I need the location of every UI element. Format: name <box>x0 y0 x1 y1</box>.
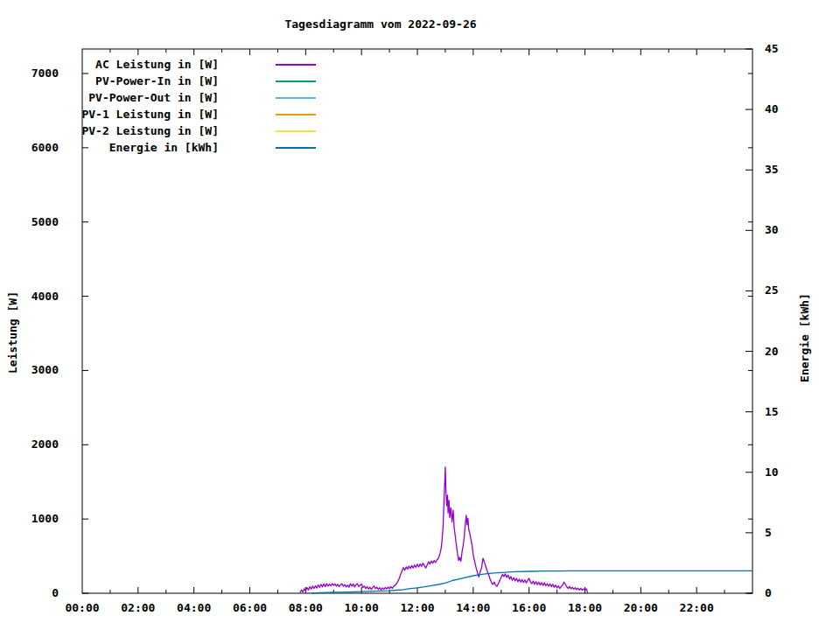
legend-label: Energie in [kWh] <box>52 141 219 154</box>
legend-color-line <box>276 97 316 99</box>
y-tick-label: 2000 <box>32 438 59 451</box>
legend-color-line <box>276 64 316 66</box>
legend-label: PV-1 Leistung in [W] <box>52 108 219 121</box>
legend-item: PV-Power-Out in [W] <box>52 89 316 106</box>
legend-item: PV-Power-In in [W] <box>52 73 316 89</box>
series-ac-leistung-in-w <box>300 467 588 593</box>
legend-item: AC Leistung in [W] <box>52 56 316 73</box>
legend-color-line <box>276 114 316 116</box>
series-energie-in-kwh <box>312 570 752 593</box>
x-tick-label: 04:00 <box>177 601 211 614</box>
x-tick-label: 06:00 <box>233 601 267 614</box>
y2-tick-label: 25 <box>765 284 779 297</box>
chart-page: Tagesdiagramm vom 2022-09-26 Leistung [W… <box>0 0 840 630</box>
legend-color-line <box>276 147 316 149</box>
legend-label: PV-2 Leistung in [W] <box>52 124 219 137</box>
y2-tick-label: 10 <box>765 466 779 479</box>
legend-item: PV-1 Leistung in [W] <box>52 106 316 122</box>
x-tick-label: 22:00 <box>680 601 714 614</box>
y-tick-label: 3000 <box>32 363 59 376</box>
x-tick-label: 00:00 <box>65 601 99 614</box>
legend-label: PV-Power-Out in [W] <box>52 91 219 104</box>
x-tick-label: 18:00 <box>568 601 602 614</box>
y2-tick-label: 20 <box>765 345 779 358</box>
y2-tick-label: 30 <box>765 223 779 236</box>
x-tick-label: 16:00 <box>512 601 546 614</box>
y-tick-label: 4000 <box>32 290 59 303</box>
legend-color-line <box>276 80 316 82</box>
x-tick-label: 20:00 <box>624 601 658 614</box>
chart-legend: AC Leistung in [W]PV-Power-In in [W]PV-P… <box>52 56 316 156</box>
y2-tick-label: 35 <box>765 163 779 176</box>
y-tick-label: 0 <box>52 586 59 599</box>
legend-label: AC Leistung in [W] <box>52 58 219 71</box>
legend-item: Energie in [kWh] <box>52 139 316 156</box>
x-tick-label: 08:00 <box>289 601 323 614</box>
x-tick-label: 10:00 <box>345 601 379 614</box>
x-tick-label: 02:00 <box>121 601 155 614</box>
y2-tick-label: 15 <box>765 405 779 418</box>
legend-color-line <box>276 130 316 132</box>
y2-tick-label: 0 <box>765 586 772 599</box>
x-tick-label: 14:00 <box>456 601 490 614</box>
y-tick-label: 1000 <box>32 512 59 525</box>
y2-tick-label: 45 <box>765 42 779 55</box>
x-tick-label: 12:00 <box>400 601 434 614</box>
legend-label: PV-Power-In in [W] <box>52 74 219 88</box>
y2-tick-label: 40 <box>765 102 779 116</box>
y-tick-label: 5000 <box>32 215 59 228</box>
y2-tick-label: 5 <box>765 526 772 539</box>
legend-item: PV-2 Leistung in [W] <box>52 122 316 139</box>
